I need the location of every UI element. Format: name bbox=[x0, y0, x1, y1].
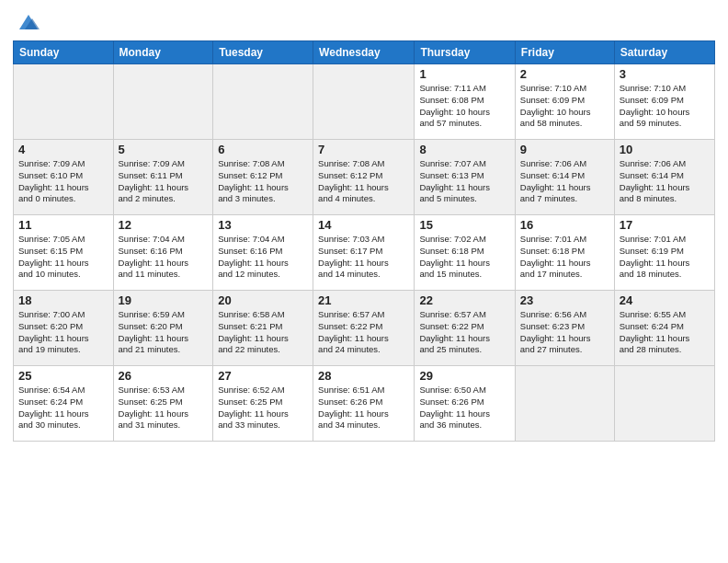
calendar-cell: 6Sunrise: 7:08 AM Sunset: 6:12 PM Daylig… bbox=[213, 140, 313, 215]
day-info: Sunrise: 7:02 AM Sunset: 6:18 PM Dayligh… bbox=[419, 234, 509, 281]
calendar-cell: 28Sunrise: 6:51 AM Sunset: 6:26 PM Dayli… bbox=[313, 366, 415, 442]
day-number: 26 bbox=[119, 369, 209, 383]
day-number: 21 bbox=[318, 293, 409, 307]
calendar-cell: 26Sunrise: 6:53 AM Sunset: 6:25 PM Dayli… bbox=[113, 366, 213, 442]
calendar-cell: 22Sunrise: 6:57 AM Sunset: 6:22 PM Dayli… bbox=[415, 291, 515, 366]
calendar-cell: 27Sunrise: 6:52 AM Sunset: 6:25 PM Dayli… bbox=[213, 366, 313, 442]
day-number: 15 bbox=[419, 218, 509, 232]
calendar-week-2: 4Sunrise: 7:09 AM Sunset: 6:10 PM Daylig… bbox=[14, 140, 715, 215]
day-info: Sunrise: 7:03 AM Sunset: 6:17 PM Dayligh… bbox=[318, 234, 409, 281]
day-info: Sunrise: 7:08 AM Sunset: 6:12 PM Dayligh… bbox=[218, 158, 308, 205]
day-number: 1 bbox=[419, 67, 509, 81]
calendar-cell: 29Sunrise: 6:50 AM Sunset: 6:26 PM Dayli… bbox=[415, 366, 515, 442]
calendar-cell: 5Sunrise: 7:09 AM Sunset: 6:11 PM Daylig… bbox=[113, 140, 213, 215]
day-number: 10 bbox=[620, 143, 710, 156]
day-number: 11 bbox=[18, 218, 108, 232]
calendar-cell: 7Sunrise: 7:08 AM Sunset: 6:12 PM Daylig… bbox=[313, 140, 415, 215]
calendar-cell: 1Sunrise: 7:11 AM Sunset: 6:08 PM Daylig… bbox=[415, 64, 515, 140]
day-info: Sunrise: 7:09 AM Sunset: 6:11 PM Dayligh… bbox=[119, 158, 209, 205]
weekday-header-wednesday: Wednesday bbox=[313, 41, 415, 64]
calendar-cell bbox=[515, 366, 614, 442]
day-info: Sunrise: 7:06 AM Sunset: 6:14 PM Dayligh… bbox=[620, 158, 710, 205]
weekday-header-saturday: Saturday bbox=[614, 41, 714, 64]
weekday-header-friday: Friday bbox=[515, 41, 614, 64]
page-header bbox=[13, 9, 715, 35]
day-number: 5 bbox=[119, 143, 209, 156]
day-number: 4 bbox=[18, 143, 108, 156]
day-number: 9 bbox=[520, 143, 609, 156]
calendar-cell: 10Sunrise: 7:06 AM Sunset: 6:14 PM Dayli… bbox=[614, 140, 714, 215]
day-info: Sunrise: 6:53 AM Sunset: 6:25 PM Dayligh… bbox=[119, 385, 209, 431]
calendar-cell: 9Sunrise: 7:06 AM Sunset: 6:14 PM Daylig… bbox=[515, 140, 614, 215]
calendar-week-1: 1Sunrise: 7:11 AM Sunset: 6:08 PM Daylig… bbox=[14, 64, 715, 140]
day-info: Sunrise: 6:57 AM Sunset: 6:22 PM Dayligh… bbox=[318, 309, 409, 356]
day-info: Sunrise: 7:01 AM Sunset: 6:19 PM Dayligh… bbox=[620, 234, 710, 281]
calendar-cell bbox=[614, 366, 714, 442]
day-number: 24 bbox=[620, 293, 710, 307]
calendar-cell: 8Sunrise: 7:07 AM Sunset: 6:13 PM Daylig… bbox=[415, 140, 515, 215]
day-info: Sunrise: 6:54 AM Sunset: 6:24 PM Dayligh… bbox=[18, 385, 108, 431]
day-info: Sunrise: 6:52 AM Sunset: 6:25 PM Dayligh… bbox=[218, 385, 308, 431]
day-number: 12 bbox=[119, 218, 209, 232]
day-info: Sunrise: 7:00 AM Sunset: 6:20 PM Dayligh… bbox=[18, 309, 108, 356]
day-number: 17 bbox=[620, 218, 710, 232]
logo bbox=[13, 13, 41, 35]
day-info: Sunrise: 7:04 AM Sunset: 6:16 PM Dayligh… bbox=[218, 234, 308, 281]
day-info: Sunrise: 7:11 AM Sunset: 6:08 PM Dayligh… bbox=[419, 83, 509, 130]
day-info: Sunrise: 6:58 AM Sunset: 6:21 PM Dayligh… bbox=[218, 309, 308, 356]
calendar-cell: 19Sunrise: 6:59 AM Sunset: 6:20 PM Dayli… bbox=[113, 291, 213, 366]
weekday-header-monday: Monday bbox=[113, 41, 213, 64]
calendar-cell bbox=[213, 64, 313, 140]
calendar-cell: 18Sunrise: 7:00 AM Sunset: 6:20 PM Dayli… bbox=[14, 291, 114, 366]
calendar-cell: 24Sunrise: 6:55 AM Sunset: 6:24 PM Dayli… bbox=[614, 291, 714, 366]
day-info: Sunrise: 7:06 AM Sunset: 6:14 PM Dayligh… bbox=[520, 158, 609, 205]
day-info: Sunrise: 7:01 AM Sunset: 6:18 PM Dayligh… bbox=[520, 234, 609, 281]
calendar-cell: 14Sunrise: 7:03 AM Sunset: 6:17 PM Dayli… bbox=[313, 215, 415, 291]
day-info: Sunrise: 6:59 AM Sunset: 6:20 PM Dayligh… bbox=[119, 309, 209, 356]
calendar-week-4: 18Sunrise: 7:00 AM Sunset: 6:20 PM Dayli… bbox=[14, 291, 715, 366]
day-info: Sunrise: 7:09 AM Sunset: 6:10 PM Dayligh… bbox=[18, 158, 108, 205]
day-number: 25 bbox=[18, 369, 108, 383]
day-info: Sunrise: 6:51 AM Sunset: 6:26 PM Dayligh… bbox=[318, 385, 409, 431]
calendar-cell bbox=[313, 64, 415, 140]
logo-icon bbox=[16, 9, 41, 35]
weekday-header-thursday: Thursday bbox=[415, 41, 515, 64]
calendar-cell: 25Sunrise: 6:54 AM Sunset: 6:24 PM Dayli… bbox=[14, 366, 114, 442]
calendar-cell: 23Sunrise: 6:56 AM Sunset: 6:23 PM Dayli… bbox=[515, 291, 614, 366]
calendar-cell: 15Sunrise: 7:02 AM Sunset: 6:18 PM Dayli… bbox=[415, 215, 515, 291]
day-info: Sunrise: 7:10 AM Sunset: 6:09 PM Dayligh… bbox=[520, 83, 609, 130]
day-number: 23 bbox=[520, 293, 609, 307]
day-number: 29 bbox=[419, 369, 509, 383]
calendar-cell: 11Sunrise: 7:05 AM Sunset: 6:15 PM Dayli… bbox=[14, 215, 114, 291]
calendar-cell: 17Sunrise: 7:01 AM Sunset: 6:19 PM Dayli… bbox=[614, 215, 714, 291]
calendar-cell: 21Sunrise: 6:57 AM Sunset: 6:22 PM Dayli… bbox=[313, 291, 415, 366]
calendar-cell: 4Sunrise: 7:09 AM Sunset: 6:10 PM Daylig… bbox=[14, 140, 114, 215]
day-info: Sunrise: 6:50 AM Sunset: 6:26 PM Dayligh… bbox=[419, 385, 509, 431]
calendar-cell bbox=[113, 64, 213, 140]
calendar-cell: 12Sunrise: 7:04 AM Sunset: 6:16 PM Dayli… bbox=[113, 215, 213, 291]
day-number: 6 bbox=[218, 143, 308, 156]
calendar-cell: 3Sunrise: 7:10 AM Sunset: 6:09 PM Daylig… bbox=[614, 64, 714, 140]
day-number: 18 bbox=[18, 293, 108, 307]
calendar-table: SundayMondayTuesdayWednesdayThursdayFrid… bbox=[13, 40, 715, 442]
calendar-cell: 16Sunrise: 7:01 AM Sunset: 6:18 PM Dayli… bbox=[515, 215, 614, 291]
day-number: 19 bbox=[119, 293, 209, 307]
calendar-cell bbox=[14, 64, 114, 140]
day-number: 20 bbox=[218, 293, 308, 307]
day-number: 7 bbox=[318, 143, 409, 156]
calendar-cell: 2Sunrise: 7:10 AM Sunset: 6:09 PM Daylig… bbox=[515, 64, 614, 140]
weekday-header-tuesday: Tuesday bbox=[213, 41, 313, 64]
calendar-week-5: 25Sunrise: 6:54 AM Sunset: 6:24 PM Dayli… bbox=[14, 366, 715, 442]
day-number: 14 bbox=[318, 218, 409, 232]
calendar-cell: 13Sunrise: 7:04 AM Sunset: 6:16 PM Dayli… bbox=[213, 215, 313, 291]
day-info: Sunrise: 7:07 AM Sunset: 6:13 PM Dayligh… bbox=[419, 158, 509, 205]
day-number: 22 bbox=[419, 293, 509, 307]
weekday-header-sunday: Sunday bbox=[14, 41, 114, 64]
day-info: Sunrise: 6:57 AM Sunset: 6:22 PM Dayligh… bbox=[419, 309, 509, 356]
weekday-header-row: SundayMondayTuesdayWednesdayThursdayFrid… bbox=[14, 41, 715, 64]
day-number: 27 bbox=[218, 369, 308, 383]
day-number: 16 bbox=[520, 218, 609, 232]
day-info: Sunrise: 6:55 AM Sunset: 6:24 PM Dayligh… bbox=[620, 309, 710, 356]
day-number: 3 bbox=[620, 67, 710, 81]
day-info: Sunrise: 6:56 AM Sunset: 6:23 PM Dayligh… bbox=[520, 309, 609, 356]
